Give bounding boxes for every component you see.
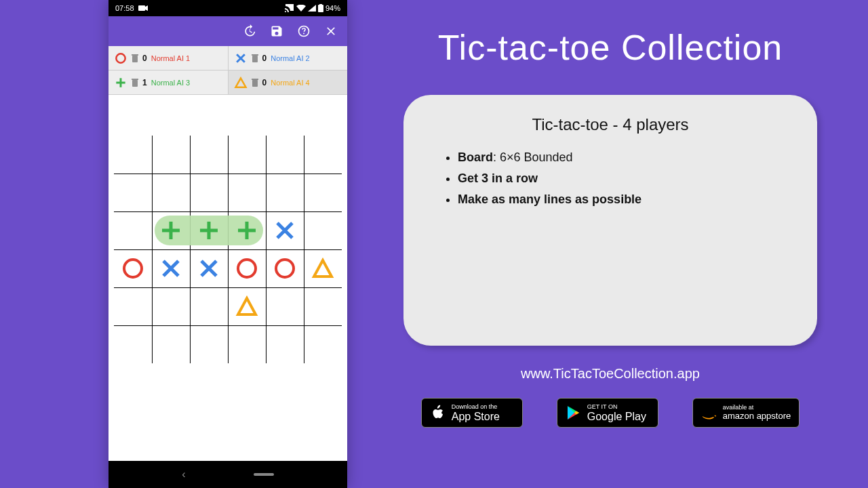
player-cell-2[interactable]: 0 Normal AI 2 bbox=[229, 46, 348, 70]
player-score: 1 bbox=[142, 78, 147, 87]
help-icon[interactable] bbox=[297, 24, 311, 38]
board-cell-mark[interactable] bbox=[311, 256, 335, 281]
player-cell-3[interactable]: 1 Normal AI 3 bbox=[108, 70, 229, 95]
promo-url: www.TicTacToeCollection.app bbox=[380, 366, 841, 382]
bullet-3: Make as many lines as possible bbox=[458, 192, 790, 207]
svg-rect-11 bbox=[252, 79, 258, 80]
delete-icon bbox=[252, 54, 258, 62]
svg-rect-6 bbox=[252, 56, 258, 62]
board-cell-mark[interactable] bbox=[235, 218, 259, 243]
status-time: 07:58 bbox=[115, 4, 134, 12]
close-icon[interactable] bbox=[324, 24, 338, 38]
delete-icon bbox=[132, 54, 138, 62]
wifi-icon bbox=[296, 5, 306, 12]
svg-rect-7 bbox=[252, 54, 258, 56]
board-cell-mark[interactable] bbox=[235, 294, 259, 319]
svg-point-3 bbox=[116, 54, 125, 62]
app-bar bbox=[108, 16, 347, 46]
apple-store-badge[interactable]: Download on theApp Store bbox=[421, 398, 523, 428]
svg-rect-0 bbox=[138, 5, 145, 11]
board-cell-mark[interactable] bbox=[273, 256, 297, 281]
svg-rect-1 bbox=[318, 5, 323, 12]
board-cell-mark[interactable] bbox=[197, 218, 221, 243]
board-cell-mark[interactable] bbox=[273, 218, 297, 243]
nav-back-icon[interactable]: ‹ bbox=[182, 468, 185, 481]
svg-rect-5 bbox=[132, 54, 138, 56]
svg-point-14 bbox=[276, 260, 294, 277]
svg-point-12 bbox=[124, 260, 142, 277]
svg-rect-9 bbox=[132, 79, 138, 80]
board-cell-mark[interactable] bbox=[121, 256, 145, 281]
signal-icon bbox=[308, 5, 316, 12]
player-name: Normal AI 3 bbox=[151, 79, 190, 87]
apple-icon bbox=[430, 405, 446, 421]
battery-icon bbox=[318, 4, 323, 12]
delete-icon bbox=[132, 79, 138, 87]
bullet-2: Get 3 in a row bbox=[458, 171, 790, 186]
nav-home-icon[interactable] bbox=[254, 473, 274, 476]
store-badges: Download on theApp Store GET IT ONGoogle… bbox=[380, 398, 841, 428]
amazon-icon bbox=[701, 405, 717, 421]
svg-point-13 bbox=[238, 260, 256, 277]
bullet-1: Board: 6×6 Bounded bbox=[458, 150, 790, 165]
board-cell-mark[interactable] bbox=[235, 256, 259, 281]
info-card: Tic-tac-toe - 4 players Board: 6×6 Bound… bbox=[403, 95, 817, 346]
save-icon[interactable] bbox=[270, 24, 283, 38]
amazon-store-badge[interactable]: available atamazon appstore bbox=[692, 398, 800, 428]
player-name: Normal AI 1 bbox=[151, 54, 190, 62]
game-area bbox=[108, 95, 347, 469]
game-board[interactable] bbox=[114, 136, 342, 363]
player-score: 0 bbox=[262, 78, 267, 87]
phone-mockup: 07:58 94% 0 Normal AI 1 0 Normal AI 2 bbox=[108, 0, 347, 488]
cross-icon bbox=[234, 52, 248, 65]
cast-icon bbox=[285, 4, 294, 12]
status-battery: 94% bbox=[326, 4, 340, 12]
camera-icon bbox=[138, 5, 148, 12]
card-title: Tic-tac-toe - 4 players bbox=[431, 115, 790, 134]
player-name: Normal AI 4 bbox=[271, 79, 309, 87]
svg-rect-4 bbox=[132, 56, 138, 62]
google-play-badge[interactable]: GET IT ONGoogle Play bbox=[557, 398, 658, 428]
svg-rect-8 bbox=[132, 80, 138, 87]
google-play-icon bbox=[566, 405, 582, 421]
triangle-icon bbox=[234, 76, 248, 89]
svg-rect-10 bbox=[252, 80, 258, 87]
svg-rect-2 bbox=[319, 4, 322, 5]
nav-bar: ‹ bbox=[108, 461, 347, 488]
circle-icon bbox=[114, 52, 127, 65]
delete-icon bbox=[252, 79, 258, 87]
player-row-1: 0 Normal AI 1 0 Normal AI 2 bbox=[108, 46, 347, 70]
history-icon[interactable] bbox=[243, 24, 256, 38]
board-cell-mark[interactable] bbox=[159, 218, 183, 243]
player-row-2: 1 Normal AI 3 0 Normal AI 4 bbox=[108, 70, 347, 95]
player-name: Normal AI 2 bbox=[271, 54, 309, 62]
status-bar: 07:58 94% bbox=[108, 0, 347, 16]
player-cell-1[interactable]: 0 Normal AI 1 bbox=[108, 46, 229, 70]
main-title: Tic-tac-toe Collection bbox=[380, 27, 841, 68]
board-cell-mark[interactable] bbox=[197, 256, 221, 281]
player-score: 0 bbox=[262, 54, 267, 63]
plus-icon bbox=[114, 76, 127, 89]
promo-panel: Tic-tac-toe Collection Tic-tac-toe - 4 p… bbox=[380, 0, 841, 488]
board-cell-mark[interactable] bbox=[159, 256, 183, 281]
player-score: 0 bbox=[142, 54, 147, 63]
player-cell-4[interactable]: 0 Normal AI 4 bbox=[229, 70, 348, 95]
